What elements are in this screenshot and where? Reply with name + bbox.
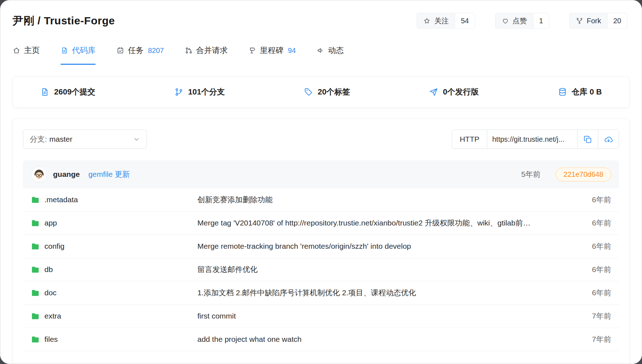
stat-tags[interactable]: 20个标签 <box>304 87 350 97</box>
file-name: doc <box>44 288 57 297</box>
like-count: 1 <box>533 13 549 28</box>
chevron-down-icon <box>133 136 140 143</box>
avatar[interactable] <box>31 166 47 183</box>
file-name-cell[interactable]: doc <box>31 288 197 297</box>
branch-name: master <box>49 135 72 144</box>
stat-branches[interactable]: 101个分支 <box>174 87 225 97</box>
clone-url-group: HTTP <box>452 130 619 149</box>
watch-button[interactable]: 关注 54 <box>417 13 475 29</box>
commit-author[interactable]: guange <box>53 170 80 179</box>
file-name: .metadata <box>44 195 78 204</box>
file-commit-time: 7年前 <box>592 311 611 321</box>
table-row[interactable]: db 留言发送邮件优化 6年前 <box>23 258 619 281</box>
folder-icon <box>31 195 40 204</box>
tab-merge-requests[interactable]: 合并请求 <box>185 36 228 65</box>
tab-code-label: 代码库 <box>72 45 96 56</box>
clone-protocol-select[interactable]: HTTP <box>452 130 487 149</box>
stat-releases[interactable]: 0个发行版 <box>429 87 479 97</box>
cloud-download-icon <box>604 135 613 144</box>
file-commit-message[interactable]: add the project what one watch <box>197 335 592 344</box>
table-row[interactable]: app Merge tag 'V20140708' of http://repo… <box>23 212 619 235</box>
file-commit-message[interactable]: Merge remote-tracking branch 'remotes/or… <box>197 242 592 251</box>
file-commit-message[interactable]: Merge tag 'V20140708' of http://reposito… <box>197 218 592 228</box>
commit-sha-badge[interactable]: 221e70d648 <box>556 168 611 181</box>
tab-milestones-label: 里程碑 <box>260 45 284 56</box>
fork-button[interactable]: Fork 20 <box>569 13 627 29</box>
repo-page: 尹刚 / Trustie-Forge 关注 54 点赞 1 For <box>0 0 642 364</box>
table-row[interactable]: .metadata 创新竞赛添加删除功能 6年前 <box>23 188 619 212</box>
watch-label: 关注 <box>434 16 449 26</box>
tab-home[interactable]: 主页 <box>13 36 40 65</box>
file-name-cell[interactable]: config <box>31 242 197 251</box>
file-name: extra <box>44 312 61 320</box>
branch-selector[interactable]: 分支: master <box>23 130 147 149</box>
commit-time: 5年前 <box>521 169 541 179</box>
database-icon <box>558 87 567 97</box>
file-commit-message[interactable]: 创新竞赛添加删除功能 <box>197 195 592 205</box>
tasks-icon <box>116 47 124 54</box>
file-commit-message[interactable]: first commit <box>197 312 592 320</box>
latest-commit-bar: guange gemfile 更新 5年前 221e70d648 <box>23 160 619 188</box>
page-header: 尹刚 / Trustie-Forge 关注 54 点赞 1 For <box>0 0 642 36</box>
table-row[interactable]: config Merge remote-tracking branch 'rem… <box>23 235 619 258</box>
folder-icon <box>31 265 40 274</box>
tab-code[interactable]: 代码库 <box>61 36 96 65</box>
tab-milestones[interactable]: 里程碑 94 <box>249 36 296 65</box>
like-button[interactable]: 点赞 1 <box>495 13 549 29</box>
file-commit-time: 6年前 <box>592 288 611 298</box>
home-icon <box>13 47 20 54</box>
folder-icon <box>31 242 40 251</box>
tab-home-label: 主页 <box>24 45 40 56</box>
repo-actions: 关注 54 点赞 1 Fork 20 <box>417 13 627 29</box>
table-row[interactable]: extra first commit 7年前 <box>23 305 619 328</box>
tab-milestones-badge: 94 <box>288 47 296 55</box>
fork-icon <box>576 17 583 25</box>
watch-count: 54 <box>455 13 474 28</box>
table-row[interactable]: files add the project what one watch 7年前 <box>23 328 619 351</box>
merge-request-icon <box>185 47 193 54</box>
table-row[interactable]: doc 1.添加文档 2.邮件中缺陷序号计算机制优化 2.项目、课程动态优化 6… <box>23 281 619 305</box>
file-name-cell[interactable]: extra <box>31 312 197 321</box>
file-name-cell[interactable]: .metadata <box>31 195 197 204</box>
commit-icon <box>40 87 49 97</box>
tab-issues-badge: 8207 <box>148 47 164 55</box>
file-name: app <box>44 219 57 227</box>
clone-url-input[interactable] <box>487 130 577 149</box>
stat-tags-label: 20个标签 <box>318 87 350 97</box>
commit-message-link[interactable]: gemfile 更新 <box>88 169 130 179</box>
branch-icon <box>174 87 183 97</box>
stat-commits-label: 2609个提交 <box>54 87 95 97</box>
tab-issues[interactable]: 任务 8207 <box>116 36 164 65</box>
file-name-cell[interactable]: db <box>31 265 197 274</box>
file-name: db <box>44 265 53 274</box>
stat-repo-size[interactable]: 仓库 0 B <box>558 87 602 97</box>
like-button-main: 点赞 <box>495 13 533 28</box>
file-name-cell[interactable]: files <box>31 335 197 344</box>
tab-merge-requests-label: 合并请求 <box>196 45 228 56</box>
file-commit-time: 6年前 <box>592 264 611 275</box>
file-commit-message[interactable]: 1.添加文档 2.邮件中缺陷序号计算机制优化 2.项目、课程动态优化 <box>197 288 592 298</box>
heart-icon <box>502 17 509 25</box>
table-row-partial[interactable] <box>23 351 619 364</box>
activity-icon <box>317 47 325 54</box>
repo-toolbar: 分支: master HTTP <box>13 119 629 160</box>
file-commit-message[interactable]: 留言发送邮件优化 <box>197 264 592 275</box>
file-browser-card: 分支: master HTTP <box>13 118 629 364</box>
file-list: .metadata 创新竞赛添加删除功能 6年前 app Merge tag '… <box>23 188 619 364</box>
file-name: config <box>44 242 64 251</box>
tab-activity[interactable]: 动态 <box>317 36 344 65</box>
file-name-cell[interactable]: app <box>31 219 197 228</box>
folder-icon <box>31 219 40 228</box>
tab-issues-label: 任务 <box>128 45 144 56</box>
stat-commits[interactable]: 2609个提交 <box>40 87 95 97</box>
repo-stats-card: 2609个提交 101个分支 20个标签 0个发行版 仓库 0 B <box>13 76 629 108</box>
file-commit-time: 6年前 <box>592 241 611 251</box>
repo-tabs: 主页 代码库 任务 8207 合并请求 里程碑 94 动态 <box>0 36 642 65</box>
fork-label: Fork <box>587 17 601 25</box>
file-name: files <box>44 335 58 344</box>
milestone-icon <box>249 47 257 54</box>
file-commit-time: 6年前 <box>592 195 611 205</box>
copy-url-button[interactable] <box>577 130 598 149</box>
page-title: 尹刚 / Trustie-Forge <box>13 14 115 28</box>
download-button[interactable] <box>598 130 619 149</box>
